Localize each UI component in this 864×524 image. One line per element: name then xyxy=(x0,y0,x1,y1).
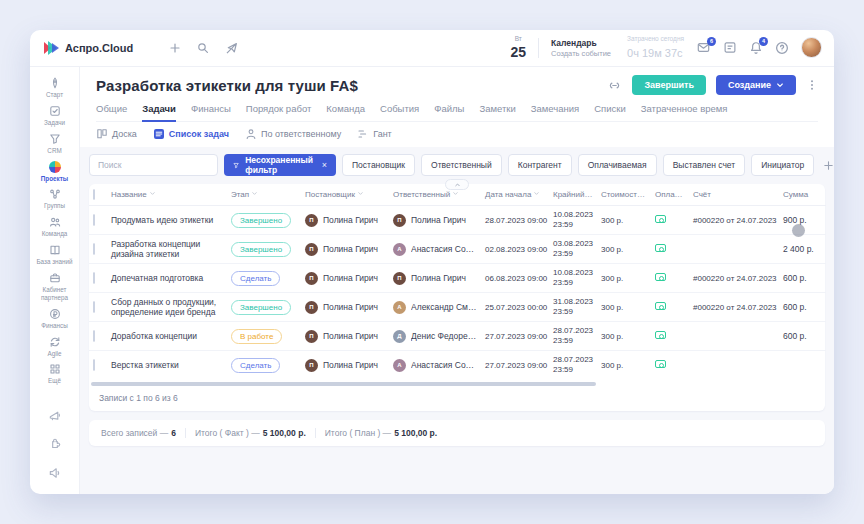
sidebar-item-команда[interactable]: Команда xyxy=(32,213,77,241)
column-header-2[interactable]: Этап xyxy=(227,184,301,206)
column-header-8[interactable]: Оплачива... xyxy=(651,184,689,206)
tab-задачи[interactable]: Задачи xyxy=(142,103,176,122)
person[interactable]: ППолина Гирич xyxy=(305,301,385,314)
sidebar-item-задачи[interactable]: Задачи xyxy=(32,102,77,130)
column-header-6[interactable]: Крайний с... xyxy=(549,184,597,206)
sound-icon[interactable] xyxy=(48,466,62,480)
stage-badge[interactable]: Завершено xyxy=(231,242,291,257)
tab-общие[interactable]: Общие xyxy=(96,103,127,121)
sidebar-item-agile[interactable]: Agile xyxy=(32,333,77,361)
tab-затраченное-время[interactable]: Затраченное время xyxy=(641,103,728,121)
more-actions-icon[interactable] xyxy=(806,79,818,91)
app-logo[interactable]: Аспро.Cloud xyxy=(44,41,133,55)
table-row[interactable]: Допечатная подготовкаСделатьППолина Гири… xyxy=(89,264,826,293)
task-name-cell[interactable]: Разработка концепции дизайна этикетки xyxy=(107,235,227,264)
person[interactable]: ААнастасия Солончак xyxy=(393,243,477,256)
view-доска[interactable]: Доска xyxy=(96,128,137,140)
person[interactable]: ААлександр Смирнов xyxy=(393,301,477,314)
unsaved-filter-chip[interactable]: Несохраненный фильтр × xyxy=(224,154,336,176)
add-filter-icon[interactable] xyxy=(820,160,834,171)
notes-icon[interactable] xyxy=(723,41,737,54)
copy-link-icon[interactable] xyxy=(607,79,622,92)
filter-button-оплачиваемая[interactable]: Оплачиваемая xyxy=(578,154,657,176)
table-row[interactable]: Верстка этикеткиСделатьППолина ГиричААна… xyxy=(89,351,826,380)
add-icon[interactable] xyxy=(169,42,181,54)
person[interactable]: ППолина Гирич xyxy=(305,214,385,227)
tab-финансы[interactable]: Финансы xyxy=(191,103,231,121)
filter-button-ответственный[interactable]: Ответственный xyxy=(421,154,502,176)
person[interactable]: ППолина Гирич xyxy=(305,272,385,285)
person[interactable]: ППолина Гирич xyxy=(305,359,385,372)
sidebar-item-ещё[interactable]: Ещё xyxy=(32,360,77,388)
sidebar-item-финансы[interactable]: Финансы xyxy=(32,305,77,333)
collapse-table-button[interactable] xyxy=(445,179,469,190)
person[interactable]: ППолина Гирич xyxy=(305,243,385,256)
filter-button-выставлен-счет[interactable]: Выставлен счет xyxy=(663,154,746,176)
person[interactable]: ППолина Гирич xyxy=(393,214,477,227)
tab-списки[interactable]: Списки xyxy=(594,103,626,121)
column-header-1[interactable]: Название xyxy=(107,184,227,206)
tab-файлы[interactable]: Файлы xyxy=(434,103,464,121)
announcement-icon[interactable] xyxy=(48,408,62,422)
filter-button-постановщик[interactable]: Постановщик xyxy=(342,154,415,176)
tab-замечания[interactable]: Замечания xyxy=(531,103,579,121)
table-row[interactable]: Сбор данных о продукции, определение иде… xyxy=(89,293,826,322)
column-header-3[interactable]: Постановщик xyxy=(301,184,389,206)
quick-send-icon[interactable] xyxy=(225,42,238,55)
time-tracker[interactable]: Затрачено сегодня 0ч 19м 37с xyxy=(627,35,684,62)
plugin-icon[interactable] xyxy=(48,437,62,451)
task-name-cell[interactable]: Доработка концепции xyxy=(107,322,227,351)
tab-заметки[interactable]: Заметки xyxy=(479,103,515,121)
today-date[interactable]: Вт 25 xyxy=(510,36,526,60)
invoice-cell[interactable] xyxy=(689,351,779,380)
task-name-cell[interactable]: Допечатная подготовка xyxy=(107,264,227,293)
column-header-10[interactable]: Сумма xyxy=(779,184,826,206)
row-checkbox[interactable] xyxy=(93,272,95,284)
column-header-7[interactable]: Стоимость часа xyxy=(597,184,651,206)
row-checkbox[interactable] xyxy=(93,359,95,371)
search-icon[interactable] xyxy=(197,42,209,54)
row-checkbox[interactable] xyxy=(93,214,95,226)
calendar-widget[interactable]: Календарь Создать событие xyxy=(551,38,611,58)
sidebar-item-база-знаний[interactable]: База знаний xyxy=(32,241,77,269)
person[interactable]: ППолина Гирич xyxy=(305,330,385,343)
select-all-checkbox[interactable] xyxy=(93,189,95,200)
notifications-bell-icon[interactable]: 4 xyxy=(749,41,763,54)
stage-badge[interactable]: Завершено xyxy=(231,213,291,228)
create-button[interactable]: Создание xyxy=(716,75,796,95)
view-по-ответственному[interactable]: По ответственному xyxy=(245,128,341,140)
person[interactable]: ДДенис Федоренко xyxy=(393,330,477,343)
invoice-cell[interactable]: #000220 от 24.07.2023 xyxy=(689,293,779,322)
invoice-cell[interactable]: #000220 от 24.07.2023 xyxy=(689,264,779,293)
row-checkbox[interactable] xyxy=(93,330,95,342)
table-row[interactable]: Доработка концепцииВ работеППолина Гирич… xyxy=(89,322,826,351)
stage-badge[interactable]: Сделать xyxy=(231,271,280,286)
sidebar-item-проекты[interactable]: Проекты xyxy=(32,158,77,186)
filter-button-контрагент[interactable]: Контрагент xyxy=(508,154,572,176)
help-icon[interactable] xyxy=(775,41,789,55)
view-гант[interactable]: Гант xyxy=(357,128,391,140)
sidebar-item-старт[interactable]: Старт xyxy=(32,74,77,102)
tab-команда[interactable]: Команда xyxy=(326,103,365,121)
filter-button-инициатор[interactable]: Инициатор xyxy=(751,154,814,176)
stage-badge[interactable]: Сделать xyxy=(231,358,280,373)
sidebar-item-кабинет-партнера[interactable]: Кабинет партнера xyxy=(32,269,77,305)
task-name-cell[interactable]: Верстка этикетки xyxy=(107,351,227,380)
sidebar-item-crm[interactable]: CRM xyxy=(32,130,77,158)
search-input[interactable] xyxy=(89,154,218,176)
sidebar-item-группы[interactable]: Группы xyxy=(32,185,77,213)
table-row[interactable]: Продумать идею этикеткиЗавершеноППолина … xyxy=(89,206,826,235)
invoice-cell[interactable] xyxy=(689,235,779,264)
stage-badge[interactable]: В работе xyxy=(231,329,282,344)
table-row[interactable]: Разработка концепции дизайна этикеткиЗав… xyxy=(89,235,826,264)
finish-button[interactable]: Завершить xyxy=(632,75,706,95)
view-список-задач[interactable]: Список задач xyxy=(153,128,229,140)
clear-filter-icon[interactable]: × xyxy=(322,160,327,170)
user-avatar[interactable] xyxy=(801,37,822,58)
column-header-9[interactable]: Счёт xyxy=(689,184,779,206)
invoice-cell[interactable] xyxy=(689,322,779,351)
row-checkbox[interactable] xyxy=(93,243,95,255)
tab-порядок-работ[interactable]: Порядок работ xyxy=(246,103,312,121)
task-name-cell[interactable]: Сбор данных о продукции, определение иде… xyxy=(107,293,227,322)
row-checkbox[interactable] xyxy=(93,301,95,313)
